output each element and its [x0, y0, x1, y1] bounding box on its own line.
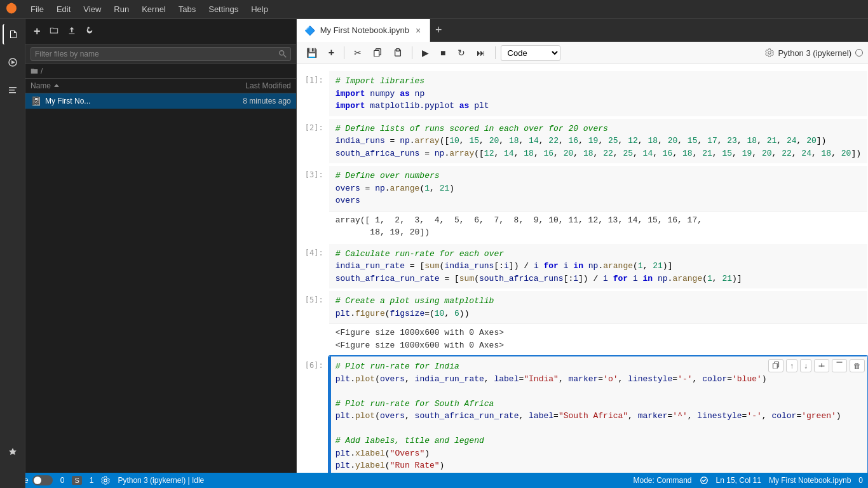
status-bar: Simple 0 S 1 Python 3 (ipykernel) | Idle… — [0, 473, 868, 488]
file-name: My First No... — [45, 97, 221, 105]
run-button[interactable]: ▶ — [417, 45, 433, 60]
cursor-position: Ln 15, Col 11 — [716, 476, 761, 485]
cell-1: [1]: # Import libraries import numpy as … — [297, 71, 868, 117]
cell-code-6[interactable]: # Plot run-rate for India plt.plot(overs… — [329, 356, 867, 473]
toolbar-separator-2 — [412, 46, 412, 59]
svg-rect-18 — [821, 363, 822, 367]
refresh-button[interactable] — [82, 24, 97, 39]
menu-file[interactable]: File — [25, 3, 49, 15]
menu-edit[interactable]: Edit — [51, 3, 76, 15]
cut-button[interactable]: ✂ — [349, 45, 366, 60]
status-left: Simple 0 S 1 Python 3 (ipykernel) | Idle — [5, 475, 204, 485]
move-down-button[interactable]: ↓ — [800, 359, 811, 372]
notebook-name-status: My First Notebook.ipynb — [769, 476, 851, 485]
status-right: Mode: Command Ln 15, Col 11 My First Not… — [633, 476, 863, 485]
menu-help[interactable]: Help — [246, 3, 273, 15]
svg-rect-7 — [9, 92, 16, 93]
modified-column-header[interactable]: Last Modified — [221, 81, 291, 90]
status-settings-icon[interactable] — [101, 476, 110, 485]
restart-run-button[interactable]: ⏭ — [472, 45, 490, 60]
menu-settings[interactable]: Settings — [203, 3, 243, 15]
cell-toolbar-6: ↑ ↓ 🗑 — [768, 359, 865, 372]
tab-close-button[interactable]: × — [414, 25, 422, 36]
keyboard-shortcut: S — [72, 476, 81, 485]
cell-code-1[interactable]: # Import libraries import numpy as np im… — [329, 71, 867, 116]
menu-kernel[interactable]: Kernel — [137, 3, 171, 15]
cell-number-5: [5]: — [297, 290, 329, 355]
table-of-contents-icon[interactable] — [3, 80, 23, 100]
cell-content-1[interactable]: # Import libraries import numpy as np im… — [329, 71, 868, 117]
svg-point-20 — [104, 479, 107, 482]
notification-count: 0 — [858, 476, 863, 485]
notebook-icon: 📓 — [31, 96, 41, 106]
active-cell-bar — [329, 356, 331, 473]
upload-button[interactable] — [64, 24, 79, 39]
new-tab-button[interactable]: + — [430, 21, 447, 39]
cell-content-2[interactable]: # Define lists of runs scored in each ov… — [329, 118, 868, 165]
menu-view[interactable]: View — [78, 3, 106, 15]
cell-number-2: [2]: — [297, 118, 329, 165]
cell-number-4: [4]: — [297, 243, 329, 290]
new-launcher-button[interactable]: + — [31, 23, 44, 40]
cell-number-6: [6]: — [297, 356, 329, 473]
svg-line-9 — [283, 55, 286, 57]
files-icon[interactable] — [3, 24, 23, 44]
cell-5: [5]: # Create a plot using matplotlib pl… — [297, 290, 868, 355]
insert-above-button[interactable] — [832, 359, 847, 372]
cell-content-5[interactable]: # Create a plot using matplotlib plt.fig… — [329, 290, 868, 355]
cell-type-select[interactable]: Code Markdown Raw — [501, 45, 560, 61]
cell-3: [3]: # Define over numbers overs = np.ar… — [297, 165, 868, 242]
cell-6: [6]: ↑ ↓ � — [297, 356, 868, 473]
restart-button[interactable]: ↻ — [453, 45, 470, 60]
svg-marker-4 — [11, 60, 15, 64]
notebook-cells[interactable]: [1]: # Import libraries import numpy as … — [297, 64, 868, 473]
cell-content-4[interactable]: # Calculate run-rate for each over india… — [329, 243, 868, 290]
cell-output-5: <Figure size 1000x600 with 0 Axes> <Figu… — [329, 323, 867, 354]
copy-button[interactable] — [369, 45, 386, 61]
cell-code-5[interactable]: # Create a plot using matplotlib plt.fig… — [329, 291, 867, 323]
search-input[interactable] — [31, 47, 291, 61]
menu-run[interactable]: Run — [109, 3, 134, 15]
stop-button[interactable]: ■ — [436, 45, 450, 60]
running-icon[interactable] — [3, 52, 23, 72]
move-up-button[interactable]: ↑ — [786, 359, 797, 372]
toolbar-separator — [344, 46, 344, 59]
svg-point-8 — [279, 51, 283, 55]
menu-tabs[interactable]: Tabs — [173, 3, 201, 15]
kernel-name: Python 3 (ipykernel) — [778, 48, 851, 58]
delete-cell-button[interactable]: 🗑 — [850, 359, 865, 372]
toggle-switch[interactable] — [32, 475, 53, 485]
main-area: + / Name — [0, 19, 868, 473]
cell-code-4[interactable]: # Calculate run-rate for each over india… — [329, 244, 867, 289]
add-below-button[interactable] — [814, 359, 829, 372]
notebook-toolbar: 💾 + ✂ ▶ ■ ↻ ⏭ Code Markdown Raw Py — [297, 42, 868, 64]
new-folder-button[interactable] — [46, 24, 62, 39]
cell-number-1: [1]: — [297, 71, 329, 117]
save-button[interactable]: 💾 — [302, 45, 322, 60]
cell-number-indicator: 1 — [90, 476, 94, 485]
file-item[interactable]: 📓 My First No... 8 minutes ago — [25, 93, 296, 109]
svg-marker-10 — [54, 84, 59, 87]
svg-rect-5 — [9, 87, 17, 88]
paste-button[interactable] — [389, 45, 407, 61]
settings-icon[interactable] — [765, 48, 774, 57]
sidebar-activity-bar — [0, 19, 25, 473]
cell-code-3[interactable]: # Define over numbers overs = np.arange(… — [329, 166, 867, 211]
notebook-tab[interactable]: 🔷 My First Notebook.ipynb × — [297, 19, 430, 42]
cell-code-2[interactable]: # Define lists of runs scored in each ov… — [329, 119, 867, 164]
add-cell-button[interactable]: + — [324, 44, 339, 61]
svg-rect-12 — [374, 50, 379, 57]
copy-cell-button[interactable] — [768, 359, 783, 372]
cell-output-3: array([ 1, 2, 3, 4, 5, 6, 7, 8, 9, 10, 1… — [329, 211, 867, 241]
name-column-header[interactable]: Name — [31, 81, 221, 90]
file-modified: 8 minutes ago — [221, 97, 291, 105]
tab-title: My First Notebook.ipynb — [320, 25, 409, 35]
extension-icon[interactable] — [3, 442, 23, 463]
cell-content-3[interactable]: # Define over numbers overs = np.arange(… — [329, 165, 868, 242]
file-browser-toolbar: + — [25, 19, 296, 44]
folder-icon — [31, 67, 38, 75]
file-list-header: Name Last Modified — [25, 79, 296, 93]
svg-rect-6 — [9, 90, 15, 91]
cell-content-6[interactable]: ↑ ↓ 🗑 # Plot run-rate for India plt.plot… — [329, 356, 868, 473]
search-icon — [278, 50, 287, 58]
